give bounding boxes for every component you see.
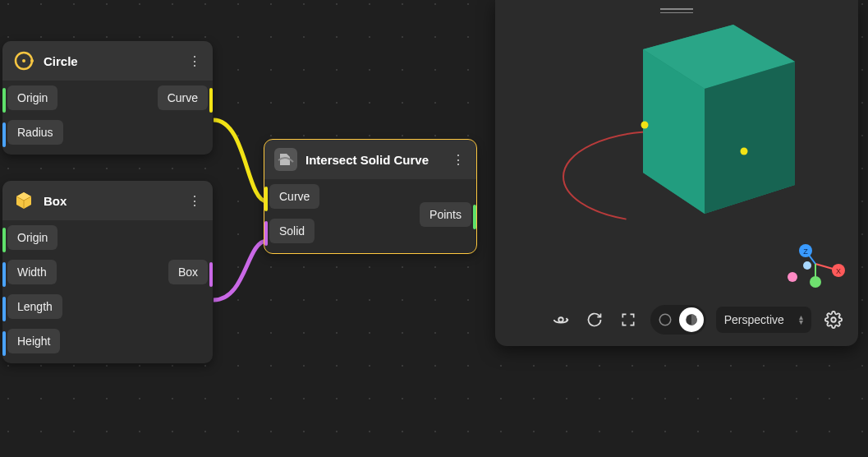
projection-dropdown[interactable]: Perspective ▴▾ <box>716 307 811 333</box>
viewport-panel[interactable]: X Z <box>495 0 858 346</box>
intersect-icon <box>274 148 297 171</box>
node-header-intersect[interactable]: Intersect Solid Curve ⋮ <box>264 140 476 179</box>
node-header-circle[interactable]: Circle ⋮ <box>2 41 213 81</box>
port-height[interactable]: Height <box>7 329 60 353</box>
node-title: Circle <box>44 54 178 68</box>
svg-point-23 <box>831 317 836 322</box>
kebab-icon[interactable]: ⋮ <box>450 151 466 168</box>
svg-point-21 <box>659 314 671 325</box>
chevron-updown-icon: ▴▾ <box>799 315 803 325</box>
port-solid-in[interactable]: Solid <box>269 219 315 243</box>
fullscreen-icon[interactable] <box>617 307 641 332</box>
node-header-box[interactable]: Box ⋮ <box>2 181 213 220</box>
box-icon <box>12 189 35 212</box>
node-title: Intersect Solid Curve <box>305 153 442 167</box>
svg-point-20 <box>559 317 564 322</box>
shading-toggle[interactable] <box>650 305 706 335</box>
port-origin[interactable]: Origin <box>7 85 57 110</box>
node-box[interactable]: Box ⋮ Origin Width Box Length Height <box>2 181 213 363</box>
port-curve[interactable]: Curve <box>158 85 208 110</box>
svg-point-9 <box>741 148 748 155</box>
port-origin[interactable]: Origin <box>7 225 57 250</box>
orbit-icon[interactable] <box>549 307 573 332</box>
svg-point-18 <box>788 272 797 282</box>
refresh-icon[interactable] <box>583 307 607 332</box>
svg-point-1 <box>22 59 25 62</box>
kebab-icon[interactable]: ⋮ <box>186 192 203 209</box>
kebab-icon[interactable]: ⋮ <box>186 53 203 69</box>
node-title: Box <box>44 194 178 208</box>
port-length[interactable]: Length <box>7 294 62 319</box>
svg-text:X: X <box>836 267 841 275</box>
node-intersect-solid-curve[interactable]: Intersect Solid Curve ⋮ Curve Points Sol… <box>264 140 476 253</box>
wireframe-icon[interactable] <box>653 307 677 332</box>
node-circle[interactable]: Circle ⋮ Origin Curve Radius <box>2 41 213 155</box>
svg-point-8 <box>641 122 649 129</box>
svg-point-17 <box>810 276 821 288</box>
viewport-toolbar: Perspective ▴▾ <box>495 305 858 335</box>
settings-icon[interactable] <box>821 307 845 332</box>
port-box[interactable]: Box <box>168 260 208 284</box>
port-width[interactable]: Width <box>7 260 57 284</box>
svg-point-19 <box>803 261 811 270</box>
shaded-icon[interactable] <box>679 307 704 332</box>
port-radius[interactable]: Radius <box>7 120 63 145</box>
svg-text:Z: Z <box>803 247 808 256</box>
svg-point-2 <box>30 59 34 62</box>
projection-label: Perspective <box>724 313 784 326</box>
circle-icon <box>12 49 35 72</box>
port-curve-in[interactable]: Curve <box>269 184 319 209</box>
axis-gizmo[interactable]: X Z <box>783 231 848 297</box>
